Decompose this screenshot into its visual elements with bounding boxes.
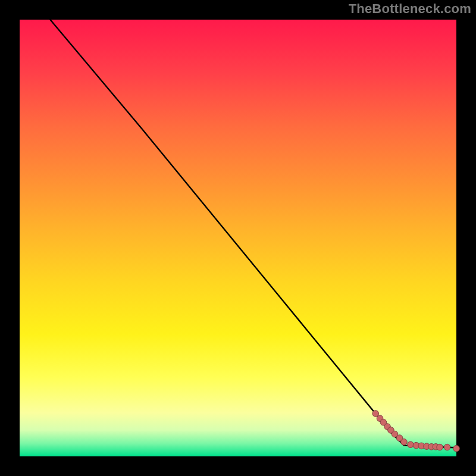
marker-cluster (372, 411, 459, 452)
marker-point (401, 439, 408, 445)
chart-stage: TheBottleneck.com (0, 0, 476, 476)
marker-point (453, 445, 460, 452)
watermark-text: TheBottleneck.com (349, 1, 471, 17)
marker-point (408, 441, 414, 448)
marker-point (444, 444, 450, 450)
marker-point (437, 444, 443, 450)
bottleneck-curve (50, 20, 456, 447)
plot-overlay-svg (20, 20, 456, 456)
